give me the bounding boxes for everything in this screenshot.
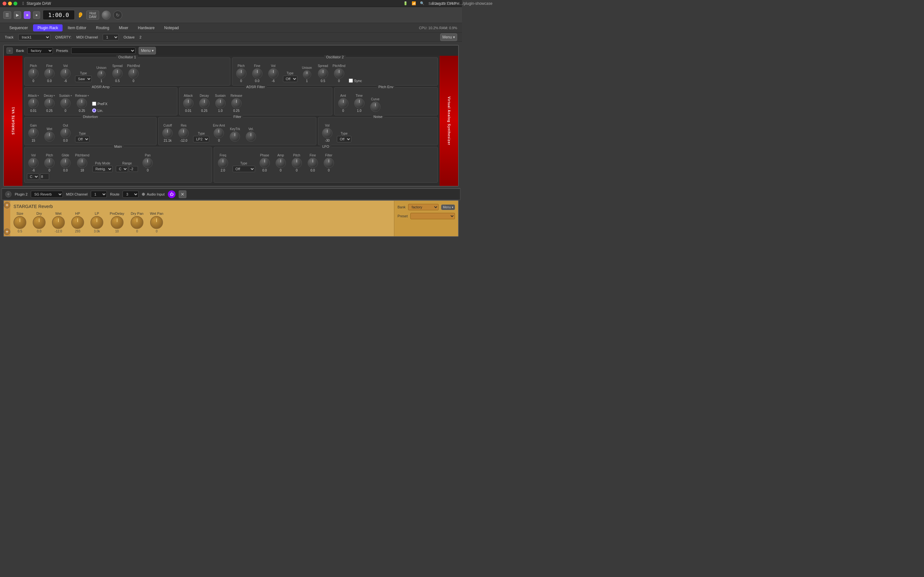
- dist-out-knob[interactable]: [60, 128, 71, 138]
- adsr-attack-knob[interactable]: [28, 98, 39, 108]
- master-volume-knob[interactable]: [102, 11, 111, 19]
- menu-dropdown-btn[interactable]: Menu ▾: [440, 33, 457, 41]
- tab-plugin-rack[interactable]: Plugin Rack: [33, 24, 63, 31]
- osc1-vol-knob[interactable]: [60, 68, 71, 79]
- main-glide-knob[interactable]: [60, 158, 71, 168]
- lfo-pitch-knob[interactable]: [292, 158, 302, 168]
- osc2-pitchbnd-knob[interactable]: [334, 68, 344, 79]
- pitch-env-curve-knob[interactable]: [370, 102, 381, 112]
- range-num2-input[interactable]: [40, 173, 49, 180]
- osc2-fine-knob[interactable]: [252, 68, 262, 79]
- filter-attack-knob[interactable]: [183, 98, 194, 108]
- scroll-up-btn[interactable]: +: [6, 47, 13, 54]
- pitch-env-amt-knob[interactable]: [338, 98, 349, 108]
- adsr-decay-knob[interactable]: [44, 98, 55, 108]
- filter-release-knob[interactable]: [231, 98, 242, 108]
- osc1-fine-knob[interactable]: [44, 68, 55, 79]
- lfo-fine-knob[interactable]: [308, 158, 318, 168]
- filter-decay-knob[interactable]: [199, 98, 210, 108]
- adsr-release-knob[interactable]: [77, 98, 87, 108]
- stop-button[interactable]: ■: [24, 11, 31, 19]
- prefx-checkbox[interactable]: PreFX: [92, 102, 107, 106]
- tab-notepad[interactable]: Notepad: [160, 24, 183, 31]
- osc2-spread-knob[interactable]: [318, 68, 328, 79]
- main-vol-knob[interactable]: [28, 158, 39, 168]
- plugin2-close-btn[interactable]: ✕: [179, 190, 186, 198]
- tab-routing[interactable]: Routing: [91, 24, 113, 31]
- main-pitchbend-knob[interactable]: [77, 158, 87, 168]
- poly-mode-select[interactable]: Retrig.: [92, 166, 113, 172]
- presets-select[interactable]: [71, 47, 136, 54]
- reverb-preset-select[interactable]: [410, 213, 455, 219]
- plugin2-power-btn[interactable]: ⏻: [168, 190, 176, 198]
- reverb-lp-knob[interactable]: [90, 216, 103, 229]
- osc2-pitch-knob[interactable]: [236, 68, 246, 79]
- filter-res-knob[interactable]: [178, 128, 189, 138]
- osc1-unison-knob[interactable]: [97, 70, 105, 79]
- add-plugin-btn[interactable]: +: [5, 191, 11, 197]
- dist-type-select[interactable]: Off: [75, 136, 89, 142]
- midi-channel-select[interactable]: 1: [103, 34, 119, 40]
- osc1-type-select[interactable]: Saw: [75, 76, 92, 82]
- reverb-bank-select[interactable]: factory: [408, 204, 439, 210]
- plugin2-route-select[interactable]: 3: [123, 191, 139, 198]
- tab-sequencer[interactable]: Sequencer: [5, 24, 32, 31]
- dist-gain-knob[interactable]: [28, 128, 39, 138]
- synth-menu-btn[interactable]: Menu ▾: [139, 47, 156, 55]
- range-c2-select[interactable]: C: [27, 173, 39, 180]
- reverb-hp-knob[interactable]: [71, 216, 84, 229]
- lfo-phase-knob[interactable]: [260, 158, 270, 168]
- bank-select[interactable]: factory: [27, 47, 53, 54]
- range-c-select[interactable]: C: [116, 166, 128, 172]
- adsr-sustain-knob[interactable]: [60, 98, 71, 108]
- osc2-unison-knob[interactable]: [303, 70, 311, 79]
- osc1-pitch-knob[interactable]: [28, 68, 39, 79]
- dist-wet-knob[interactable]: [44, 131, 55, 142]
- minimize-window-btn[interactable]: [8, 2, 12, 5]
- pitch-env-time-knob[interactable]: [354, 98, 365, 108]
- search-icon[interactable]: 🔍: [420, 1, 425, 5]
- tab-mixer[interactable]: Mixer: [114, 24, 132, 31]
- main-pan-knob[interactable]: [142, 158, 153, 168]
- reverb-wet-pan-knob[interactable]: [150, 216, 163, 229]
- reverb-wet-knob[interactable]: [52, 216, 65, 229]
- filter-type-select[interactable]: LP2: [193, 136, 209, 142]
- menu-button[interactable]: ☰: [3, 11, 11, 19]
- sync-button[interactable]: ↻: [113, 11, 122, 19]
- reverb-size-knob[interactable]: [13, 216, 26, 229]
- play-button[interactable]: ▶: [14, 11, 21, 19]
- osc2-vol-knob[interactable]: [268, 68, 278, 79]
- close-window-btn[interactable]: [3, 2, 6, 5]
- lfo-freq-knob[interactable]: [218, 158, 228, 168]
- noise-vol-knob[interactable]: [322, 128, 333, 138]
- reverb-scroll-up[interactable]: +: [4, 202, 10, 208]
- filter-vel-knob[interactable]: [246, 131, 256, 142]
- main-pitch-knob[interactable]: [44, 158, 55, 168]
- plugin2-select[interactable]: SG Reverb: [31, 191, 63, 198]
- maximize-window-btn[interactable]: [13, 2, 17, 5]
- reverb-menu-btn[interactable]: Menu ▾: [441, 205, 455, 210]
- record-button[interactable]: ●: [33, 11, 40, 19]
- osc1-spread-knob[interactable]: [112, 68, 123, 79]
- noise-type-select[interactable]: Off: [337, 136, 351, 142]
- filter-sustain-knob[interactable]: [215, 98, 226, 108]
- reverb-predelay-knob[interactable]: [111, 216, 124, 229]
- track-select[interactable]: track1: [18, 34, 50, 40]
- reverb-dry-pan-knob[interactable]: [131, 216, 144, 229]
- lfo-type-select[interactable]: Off: [233, 166, 255, 172]
- lfo-filter-knob[interactable]: [324, 158, 334, 168]
- plugin2-midi-channel-select[interactable]: 1: [91, 191, 107, 198]
- osc2-type-select[interactable]: Off: [283, 76, 297, 82]
- osc1-pitchbnd-knob[interactable]: [128, 68, 139, 79]
- filter-cutoff-knob[interactable]: [162, 128, 173, 138]
- lin-radio[interactable]: Lin.: [92, 108, 107, 113]
- osc2-sync-checkbox[interactable]: Sync: [349, 79, 362, 83]
- lfo-amp-knob[interactable]: [276, 158, 286, 168]
- reverb-dry-knob[interactable]: [33, 216, 45, 229]
- filter-keytrk-knob[interactable]: [230, 131, 240, 142]
- range-num-input[interactable]: [129, 166, 138, 172]
- reverb-scroll-down[interactable]: +: [4, 229, 10, 235]
- osc2-sync-input[interactable]: [349, 79, 353, 83]
- tab-hardware[interactable]: Hardware: [134, 24, 159, 31]
- filter-env-amt-knob[interactable]: [214, 128, 224, 138]
